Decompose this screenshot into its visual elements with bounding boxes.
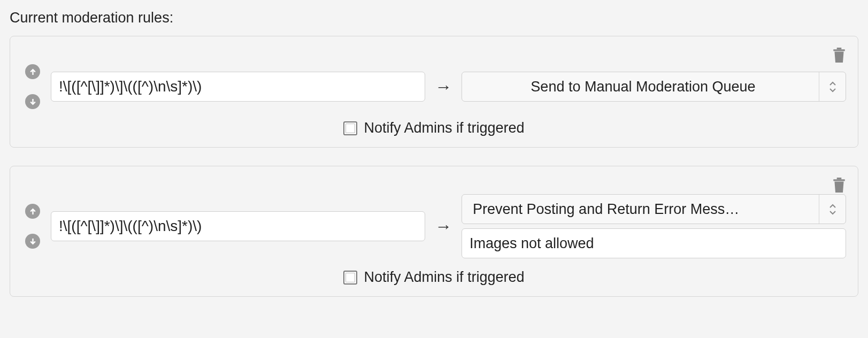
pattern-input[interactable] [51,72,425,102]
moderation-rule-card: → Send to Manual Moderation Queue Notify… [10,36,858,148]
error-message-input[interactable] [462,228,846,258]
moderation-rule-card: → Prevent Posting and Return Error Mess…… [10,166,858,297]
reorder-controls [22,204,43,249]
mapping-arrow-icon: → [433,77,454,97]
move-down-button[interactable] [25,94,40,109]
select-stepper-icon [819,72,846,101]
notify-admins-checkbox[interactable] [343,121,357,135]
pattern-input[interactable] [51,211,425,241]
notify-admins-checkbox[interactable] [343,271,357,285]
notify-admins-label: Notify Admins if triggered [364,269,524,286]
arrow-up-icon [29,208,36,215]
move-up-button[interactable] [25,204,40,219]
section-heading: Current moderation rules: [10,10,858,26]
action-select[interactable]: Send to Manual Moderation Queue [462,72,846,102]
select-stepper-icon [819,195,846,224]
svg-rect-2 [833,179,844,181]
delete-rule-button[interactable] [832,177,846,193]
arrow-down-icon [29,238,36,245]
action-select-value: Prevent Posting and Return Error Mess… [473,201,813,218]
trash-icon [832,177,846,193]
arrow-up-icon [29,68,36,75]
action-select-value: Send to Manual Moderation Queue [473,79,813,95]
svg-rect-0 [833,49,844,51]
mapping-arrow-icon: → [433,217,454,236]
move-up-button[interactable] [25,64,40,79]
svg-rect-1 [837,48,842,49]
move-down-button[interactable] [25,234,40,249]
trash-icon [832,47,846,63]
arrow-down-icon [29,98,36,105]
notify-admins-label: Notify Admins if triggered [364,120,524,136]
delete-rule-button[interactable] [832,47,846,63]
action-select[interactable]: Prevent Posting and Return Error Mess… [462,194,846,224]
svg-rect-3 [837,178,842,179]
reorder-controls [22,64,43,109]
